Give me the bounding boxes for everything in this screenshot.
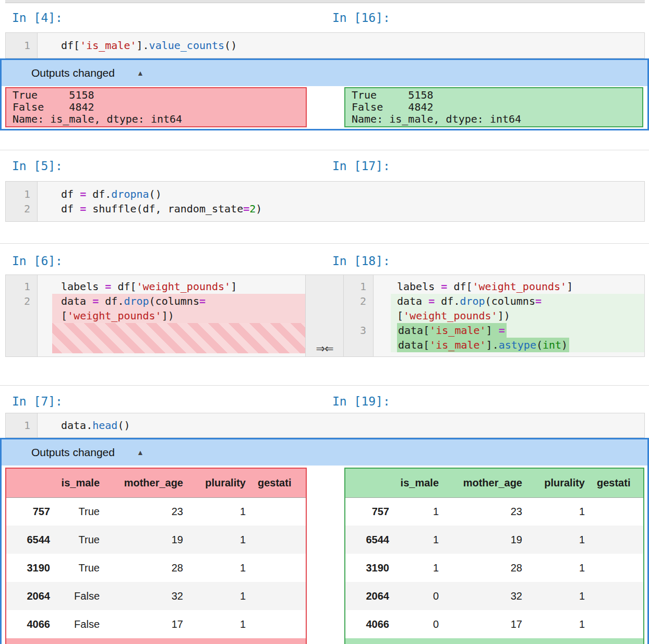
column-header: plurality: [189, 469, 251, 497]
table-cell: 1: [528, 610, 591, 638]
line-number-gutter: 1: [6, 33, 38, 58]
line-number: [6, 308, 37, 323]
output-compare-row-2: is_malemother_agepluralitygestati757True…: [2, 466, 647, 644]
outputs-changed-banner-1[interactable]: Outputs changed▲: [2, 60, 647, 86]
line-number: 2: [344, 294, 373, 308]
line-number: 1: [6, 187, 37, 201]
added-text-highlight: data['is_male'].astype(int): [397, 338, 569, 352]
line-number: 1: [6, 279, 37, 294]
code-editor-cell-5[interactable]: 12df = df.dropna()df = shuffle(df, rando…: [5, 181, 645, 222]
line-number-gutter: 123: [344, 275, 374, 356]
code-line: data = df.drop(columns=: [52, 294, 305, 308]
table-cell: 23: [105, 497, 189, 526]
table-header-row: is_malemother_agepluralitygestati: [6, 469, 307, 497]
table-row: 65441191: [345, 526, 644, 554]
table-cell: 1: [528, 554, 591, 582]
prompt-in-7: In [7]:: [12, 393, 63, 409]
table-header-row: is_malemother_agepluralitygestati: [345, 469, 644, 497]
merge-gutter: ⇒⇐: [306, 275, 343, 357]
source-diff-split: 12labels = df['weight_pounds']data = df.…: [5, 275, 645, 357]
code-area[interactable]: df = df.dropna()df = shuffle(df, random_…: [38, 182, 644, 221]
outputs-changed-banner-2[interactable]: Outputs changed▲: [2, 439, 647, 466]
cell-divider: [0, 385, 649, 386]
code-editor-cell-6-old[interactable]: 12labels = df['weight_pounds']data = df.…: [5, 275, 306, 357]
table-cell-clipped: [591, 554, 644, 582]
table-cell: 1: [395, 554, 444, 582]
code-line: data['is_male'] =: [391, 323, 644, 338]
table-cell: 1: [528, 497, 591, 526]
code-area[interactable]: df['is_male'].value_counts(): [38, 33, 644, 58]
dataframe-table: is_malemother_agepluralitygestati757True…: [6, 469, 307, 638]
table-cell: 1: [189, 610, 251, 638]
code-line: df = shuffle(df, random_state=2): [61, 201, 644, 216]
row-index: 6544: [6, 526, 56, 554]
line-number: [6, 323, 37, 353]
prompt-in-5: In [5]:: [12, 158, 63, 174]
line-number: 3: [344, 323, 373, 338]
column-header: plurality: [528, 469, 591, 497]
table-cell-clipped: [251, 554, 307, 582]
code-editor-cell-4[interactable]: 1df['is_male'].value_counts(): [5, 32, 645, 58]
code-line: ['weight_pounds']): [391, 308, 644, 323]
table-cell: 19: [444, 526, 528, 554]
table-row: 2064False321: [6, 582, 307, 610]
code-editor-cell-7[interactable]: 1data.head(): [5, 413, 645, 438]
line-number: 1: [344, 279, 373, 294]
prompt-in-18: In [18]:: [332, 253, 390, 269]
column-header: is_male: [395, 469, 444, 497]
row-index: 4066: [345, 610, 395, 638]
column-header: [6, 469, 56, 497]
outputs-changed-label: Outputs changed: [31, 446, 115, 458]
column-header: [345, 469, 395, 497]
prompt-in-19: In [19]:: [332, 393, 390, 409]
code-area[interactable]: labels = df['weight_pounds']data = df.dr…: [38, 275, 305, 356]
output-old-value-counts: True 5158 False 4842 Name: is_male, dtyp…: [5, 87, 307, 127]
table-row: 7571231: [345, 497, 644, 526]
table-row: 6544True191: [6, 526, 307, 554]
table-cell: False: [56, 610, 105, 638]
table-cell-clipped: [591, 582, 644, 610]
prompt-row-4: In [7]: In [19]:: [0, 393, 649, 409]
dataframe-table-new: is_malemother_agepluralitygestati7571231…: [344, 468, 644, 644]
code-line: data.head(): [61, 418, 644, 433]
output-new-value-counts: True 5158 False 4842 Name: is_male, dtyp…: [344, 87, 643, 127]
table-cell: 19: [105, 526, 189, 554]
outputs-changed-label: Outputs changed: [31, 67, 115, 79]
dataframe-table: is_malemother_agepluralitygestati7571231…: [345, 469, 644, 638]
table-cell-clipped: [251, 610, 307, 638]
line-number-gutter: 12: [6, 182, 38, 221]
line-number: 2: [6, 201, 37, 216]
code-line: labels = df['weight_pounds']: [397, 279, 644, 294]
code-area[interactable]: labels = df['weight_pounds']data = df.dr…: [374, 275, 644, 356]
row-index: 2064: [6, 582, 56, 610]
code-editor-cell-18-new[interactable]: 123labels = df['weight_pounds']data = df…: [343, 275, 645, 357]
cell-divider: [0, 243, 649, 244]
row-index: 3190: [6, 554, 56, 582]
code-line: data['is_male'].astype(int): [391, 338, 644, 352]
output-compare-row-1: True 5158 False 4842 Name: is_male, dtyp…: [2, 86, 647, 129]
table-cell-clipped: [591, 497, 644, 526]
collapse-triangle-icon[interactable]: ▲: [137, 448, 144, 457]
table-cell: 1: [189, 526, 251, 554]
merge-collapse-icon[interactable]: ⇒⇐: [316, 342, 333, 355]
row-index: 757: [6, 497, 56, 526]
code-line: df['is_male'].value_counts(): [61, 38, 644, 53]
code-line: ['weight_pounds']): [52, 308, 305, 323]
table-cell: True: [56, 497, 105, 526]
table-cell: 17: [105, 610, 189, 638]
line-number-gutter: 1: [6, 413, 38, 437]
collapse-triangle-icon[interactable]: ▲: [137, 69, 144, 77]
table-cell: 1: [395, 526, 444, 554]
prompt-row-3: In [6]: In [18]:: [0, 253, 649, 269]
code-line: labels = df['weight_pounds']: [61, 279, 305, 294]
code-area[interactable]: data.head(): [38, 413, 644, 437]
table-cell: 1: [395, 497, 444, 526]
column-header: mother_age: [105, 469, 189, 497]
row-index: 2064: [345, 582, 395, 610]
column-header: gestati: [591, 469, 644, 497]
line-number: [344, 338, 373, 352]
table-cell: 28: [444, 554, 528, 582]
previous-cell-editor-edge: [5, 0, 645, 3]
column-header: mother_age: [444, 469, 528, 497]
table-row: 4066False171: [6, 610, 307, 638]
